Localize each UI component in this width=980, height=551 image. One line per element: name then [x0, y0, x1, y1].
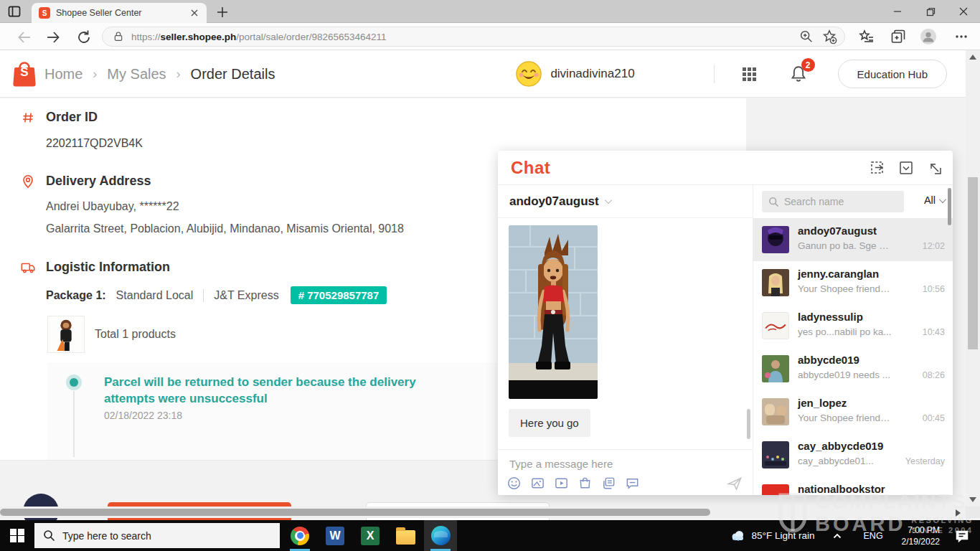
window-restore-icon[interactable] — [914, 0, 947, 23]
tracking-number-badge[interactable]: # 770529857787 — [291, 286, 387, 304]
chevron-down-icon — [939, 196, 946, 203]
image-attach-icon[interactable] — [530, 476, 545, 491]
contact-avatar — [762, 269, 789, 296]
order-id-label: Order ID — [46, 110, 98, 125]
chat-list-item[interactable]: nationalbookstor — [753, 476, 953, 495]
new-tab-icon[interactable] — [215, 5, 230, 19]
chat-dock-icon[interactable] — [927, 160, 943, 176]
search-icon — [768, 197, 779, 207]
taskbar-edge-icon[interactable] — [424, 520, 457, 551]
package-row: Package 1: Standard Local J&T Express # … — [46, 286, 387, 304]
chat-search-input[interactable]: Search name — [762, 191, 904, 212]
shipping-type: Standard Local — [116, 289, 194, 302]
shopee-logo-icon[interactable]: S — [11, 60, 37, 88]
send-message-icon[interactable] — [727, 476, 743, 491]
seller-center-header: S Home › My Sales › Order Details divina… — [0, 50, 966, 98]
header-divider — [714, 65, 715, 83]
start-button-icon[interactable] — [0, 520, 34, 551]
clock-date: 2/19/2022 — [902, 536, 940, 547]
product-attach-icon[interactable] — [578, 476, 593, 491]
taskbar-chrome-icon[interactable] — [283, 520, 316, 551]
language-indicator[interactable]: ENG — [864, 531, 883, 541]
breadcrumb-separator: › — [176, 67, 181, 82]
address-bar[interactable]: https://seller.shopee.ph/portal/sale/ord… — [102, 27, 845, 47]
emoji-icon[interactable] — [507, 476, 522, 491]
chat-collapse-icon[interactable] — [898, 160, 914, 176]
chat-list-item[interactable]: jenny.caranglan Your Shopee friend j... … — [753, 261, 953, 304]
conversation-scrollbar[interactable] — [747, 409, 750, 439]
order-attach-icon[interactable] — [601, 476, 616, 491]
vertical-scrollbar[interactable] — [966, 50, 980, 507]
scroll-down-icon[interactable] — [969, 497, 976, 502]
message-input-zone[interactable]: Type a message here — [498, 449, 753, 495]
chat-popout-icon[interactable] — [870, 160, 885, 176]
taskbar-search-placeholder: Type here to search — [62, 530, 151, 542]
conversation-selector[interactable]: andoy07august — [498, 185, 753, 218]
tab-close-icon[interactable] — [188, 6, 201, 19]
taskbar-explorer-icon[interactable] — [389, 520, 422, 551]
taskbar-search-input[interactable]: Type here to search — [34, 523, 280, 548]
chat-list-item[interactable]: andoy07august Ganun po ba. Sge p... 12:0… — [753, 218, 953, 261]
address-line: Galarrita Street, Poblacion, Alubijid, M… — [46, 222, 404, 235]
chat-filter-dropdown[interactable]: All — [924, 194, 946, 206]
site-lock-icon[interactable] — [113, 31, 124, 42]
tray-expand-icon[interactable] — [831, 529, 844, 542]
chat-search-placeholder: Search name — [784, 196, 844, 207]
timeline-dot — [70, 378, 78, 387]
order-id-icon — [20, 110, 36, 126]
tab-title: Shopee Seller Center — [56, 8, 188, 18]
chat-image-message[interactable] — [509, 225, 598, 399]
chat-list-item[interactable]: cay_abbycde019 cay_abbycde01... Yesterda… — [753, 433, 953, 476]
notifications-bell-icon[interactable]: 2 — [789, 65, 808, 83]
tab-actions-icon[interactable] — [7, 4, 22, 19]
weather-status[interactable]: 85°F Light rain — [752, 530, 815, 541]
window-minimize-icon[interactable] — [881, 0, 914, 23]
recipient: Andrei Ubayubay, ******22 — [46, 200, 179, 213]
collections-icon[interactable] — [890, 28, 907, 45]
scroll-right-icon[interactable] — [956, 509, 961, 517]
apps-grid-icon[interactable] — [740, 65, 758, 83]
refresh-icon[interactable] — [75, 29, 93, 46]
chat-list-scrollbar[interactable] — [948, 188, 951, 225]
taskbar-word-icon[interactable]: W — [319, 520, 352, 551]
contact-avatar — [762, 441, 789, 468]
message-input[interactable]: Type a message here — [509, 458, 613, 470]
video-attach-icon[interactable] — [554, 476, 569, 491]
chat-list-item[interactable]: jen_lopez Your Shopee friend j... 00:45 — [753, 390, 953, 433]
chat-header: Chat — [498, 151, 953, 185]
education-hub-button[interactable]: Education Hub — [838, 60, 947, 88]
favorites-icon[interactable] — [858, 28, 875, 45]
zoom-page-icon[interactable] — [798, 29, 814, 44]
window-close-icon[interactable] — [947, 0, 980, 23]
vertical-scroll-thumb[interactable] — [968, 177, 978, 349]
product-thumbnail[interactable] — [47, 316, 85, 353]
action-center-icon[interactable] — [954, 528, 970, 544]
status-message: Parcel will be returned to sender becaus… — [104, 374, 427, 407]
breadcrumb-my-sales[interactable]: My Sales — [107, 66, 166, 83]
browser-tab[interactable]: S Shopee Seller Center — [32, 3, 207, 23]
breadcrumb-home[interactable]: Home — [44, 66, 83, 83]
weather-icon[interactable] — [729, 527, 746, 545]
scroll-up-icon[interactable] — [969, 55, 976, 60]
horizontal-scroll-thumb[interactable] — [0, 509, 710, 516]
contact-avatar — [762, 398, 789, 425]
browser-menu-icon[interactable] — [953, 28, 970, 45]
forward-icon[interactable] — [44, 29, 62, 46]
horizontal-scrollbar[interactable] — [0, 507, 966, 518]
taskbar-excel-icon[interactable]: X — [354, 520, 387, 551]
profile-avatar-icon[interactable] — [920, 28, 937, 45]
page-title: Order Details — [191, 66, 275, 83]
quick-reply-icon[interactable] — [625, 476, 640, 491]
username[interactable]: divinadivina210 — [550, 67, 634, 81]
conversation-pane: andoy07august — [498, 185, 753, 495]
chat-list-item[interactable]: abbycde019 abbycde019 needs ... 08:26 — [753, 347, 953, 390]
user-avatar[interactable] — [516, 61, 542, 87]
clock-time: 7:00 PM — [902, 524, 940, 536]
chat-list-item[interactable]: ladynessulip yes po...nabili po ka... 10… — [753, 304, 953, 347]
add-favorite-icon[interactable] — [821, 29, 837, 44]
shopee-favicon: S — [39, 7, 50, 19]
taskbar-clock[interactable]: 7:00 PM 2/19/2022 — [902, 524, 940, 547]
back-icon[interactable] — [16, 29, 33, 46]
chat-message-bubble: Here you go — [509, 409, 590, 437]
scrollbar-corner — [966, 507, 980, 518]
